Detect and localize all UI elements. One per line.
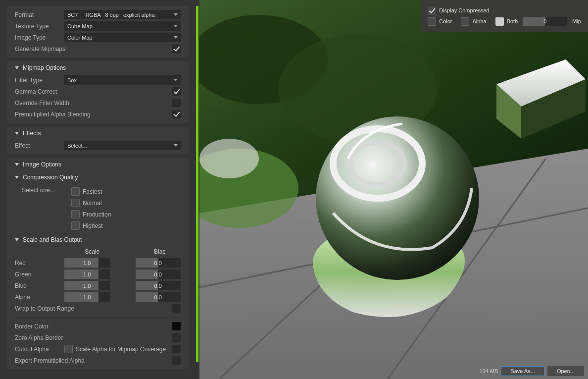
generate-mipmaps-checkbox[interactable]: [172, 45, 181, 53]
splitter-handle[interactable]: [196, 0, 199, 379]
compression-prompt: Select one...: [22, 187, 55, 194]
alpha-label: Alpha: [472, 18, 486, 24]
radio-icon[interactable]: [71, 199, 80, 207]
chevron-down-icon: [174, 144, 178, 147]
radio-icon[interactable]: [71, 187, 80, 196]
channel-label: Blue: [15, 282, 64, 289]
channel-label: Alpha: [15, 294, 64, 301]
effect-label: Effect: [15, 142, 64, 149]
channel-row-alpha: Alpha 1.0 0.0: [7, 291, 189, 303]
export-premult-label: Export Premultiplied Alpha: [15, 357, 172, 364]
format-dropdown[interactable]: BC7 RGBA 8 bpp | explicit alpha: [64, 10, 181, 19]
red-scale-input[interactable]: 1.0: [64, 258, 110, 268]
border-color-label: Border Color: [15, 323, 172, 330]
display-compressed-row: Display Compressed: [428, 5, 581, 16]
collapse-icon: [15, 163, 19, 166]
scale-alpha-coverage-label: Scale Alpha for Mipmap Coverage: [76, 346, 166, 353]
alpha-scale-input[interactable]: 1.0: [64, 292, 110, 302]
channel-row-green: Green 1.0 0.0: [7, 269, 189, 280]
texture-type-dropdown[interactable]: Cube Map: [64, 21, 181, 31]
display-compressed-checkbox[interactable]: [428, 6, 436, 15]
image-type-row: Image Type Color Map: [7, 32, 189, 43]
bottom-action-bar: 134 MB Save As... Open...: [479, 366, 584, 376]
compression-option-normal[interactable]: Normal: [71, 197, 181, 209]
alpha-checkbox[interactable]: [461, 17, 469, 26]
override-filter-label: Override Filter Width: [15, 100, 172, 107]
channel-row-red: Red 1.0 0.0: [7, 257, 189, 269]
scale-bias-columns: Scale Bias: [7, 246, 189, 257]
channel-label: Red: [15, 260, 64, 267]
image-options-section: Image Options Compression Quality Select…: [7, 158, 189, 369]
format-row: Format BC7 RGBA 8 bpp | explicit alpha: [7, 9, 189, 20]
generate-mipmaps-row: Generate Mipmaps: [7, 43, 189, 54]
radio-icon[interactable]: [71, 221, 80, 230]
effects-section: Effects Effect Select...: [7, 127, 189, 154]
premult-checkbox[interactable]: [172, 110, 181, 118]
image-options-header[interactable]: Image Options: [7, 158, 189, 171]
zero-alpha-checkbox[interactable]: [172, 333, 181, 342]
premult-label: Premultiplied Alpha Blending: [15, 111, 172, 118]
green-scale-input[interactable]: 1.0: [64, 270, 110, 279]
zero-alpha-label: Zero Alpha Border: [15, 334, 172, 341]
export-premult-row: Export Premultiplied Alpha: [7, 355, 189, 366]
cutout-alpha-label: Cutout Alpha: [15, 346, 64, 353]
border-color-swatch[interactable]: [172, 322, 181, 330]
scale-bias-header[interactable]: Scale and Bias Output: [7, 233, 189, 246]
channel-row-blue: Blue 1.0 0.0: [7, 280, 189, 291]
chevron-down-icon: [174, 13, 178, 16]
scale-col-label: Scale: [71, 248, 113, 255]
wrap-output-checkbox[interactable]: [172, 304, 181, 313]
export-premult-checkbox[interactable]: [172, 356, 181, 365]
both-checkbox[interactable]: [495, 17, 504, 26]
cutout-alpha-checkbox[interactable]: [172, 345, 181, 353]
gamma-correct-checkbox[interactable]: [172, 87, 181, 96]
preview-viewport[interactable]: Display Compressed Color Alpha Both 0 Mi…: [199, 0, 588, 379]
radio-icon[interactable]: [71, 210, 80, 218]
image-type-label: Image Type: [15, 34, 64, 41]
both-label: Both: [507, 18, 518, 24]
filter-type-row: Filter Type Box: [7, 74, 189, 86]
wrap-output-row: Wrap to Output Range: [7, 303, 189, 314]
basic-section: Format BC7 RGBA 8 bpp | explicit alpha T…: [7, 6, 189, 57]
texture-type-row: Texture Type Cube Map: [7, 20, 189, 32]
file-size-label: 134 MB: [479, 368, 498, 374]
gamma-correct-label: Gamma Correct: [15, 88, 172, 95]
mip-level-input[interactable]: 0: [523, 17, 567, 26]
filter-type-label: Filter Type: [15, 77, 64, 84]
effect-dropdown[interactable]: Select...: [64, 141, 181, 150]
blue-bias-input[interactable]: 0.0: [136, 281, 181, 290]
channel-label: Green: [15, 271, 64, 278]
premult-row: Premultiplied Alpha Blending: [7, 108, 189, 120]
compression-option-production[interactable]: Production: [71, 209, 181, 220]
effects-header[interactable]: Effects: [7, 127, 189, 140]
mipmap-header[interactable]: Mipmap Options: [7, 61, 189, 74]
open-button[interactable]: Open...: [547, 366, 584, 376]
gamma-correct-row: Gamma Correct: [7, 86, 189, 97]
red-bias-input[interactable]: 0.0: [136, 258, 181, 268]
mip-label: Mip: [572, 18, 581, 24]
compression-header[interactable]: Compression Quality: [7, 171, 189, 184]
image-type-dropdown[interactable]: Color Map: [64, 33, 181, 42]
green-bias-input[interactable]: 0.0: [136, 270, 181, 279]
preview-scene: [199, 0, 588, 379]
compression-options: Select one... Fastest Normal Production …: [7, 184, 189, 233]
override-filter-row: Override Filter Width: [7, 97, 189, 108]
format-label: Format: [15, 11, 64, 18]
compression-option-highest[interactable]: Highest: [71, 220, 181, 231]
chevron-down-icon: [174, 36, 178, 39]
collapse-icon: [15, 132, 19, 135]
svg-point-8: [199, 139, 259, 178]
alpha-bias-input[interactable]: 0.0: [136, 292, 181, 302]
texture-type-label: Texture Type: [15, 23, 64, 30]
override-filter-checkbox[interactable]: [172, 99, 181, 107]
filter-type-dropdown[interactable]: Box: [64, 75, 181, 85]
compression-option-fastest[interactable]: Fastest: [71, 186, 181, 197]
collapse-icon: [15, 66, 19, 69]
display-compressed-label: Display Compressed: [439, 7, 489, 13]
color-checkbox[interactable]: [428, 17, 436, 26]
save-as-button[interactable]: Save As...: [501, 366, 544, 376]
blue-scale-input[interactable]: 1.0: [64, 281, 110, 290]
scale-alpha-coverage-checkbox[interactable]: [64, 345, 73, 353]
effect-row: Effect Select...: [7, 140, 189, 151]
wrap-output-label: Wrap to Output Range: [15, 305, 172, 312]
